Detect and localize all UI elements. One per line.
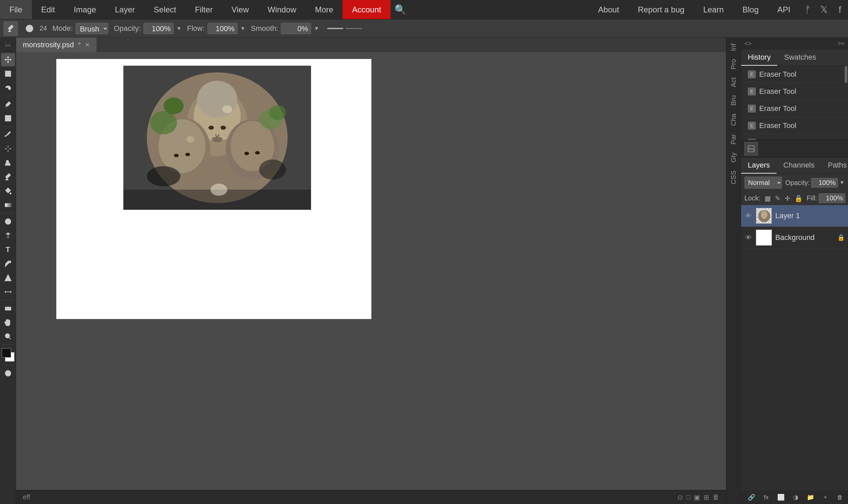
status-icon-2[interactable]: □: [686, 493, 690, 501]
layer-mask-btn[interactable]: ⬜: [776, 492, 786, 502]
menu-layer[interactable]: Layer: [106, 0, 144, 19]
zoom-tool[interactable]: [1, 330, 15, 343]
menu-file[interactable]: File: [0, 0, 32, 19]
menu-view[interactable]: View: [222, 0, 258, 19]
opacity-arrow[interactable]: ▼: [176, 25, 182, 32]
history-collapse-left[interactable]: <>: [744, 40, 752, 47]
vtab-css[interactable]: CSS: [728, 167, 739, 188]
lock-move[interactable]: ✛: [784, 194, 790, 202]
gradient-tool[interactable]: [1, 198, 15, 212]
menu-api[interactable]: API: [768, 0, 800, 19]
rect-shape-tool[interactable]: [1, 302, 15, 315]
dodge-tool[interactable]: [1, 229, 15, 242]
menu-report-bug[interactable]: Report a bug: [629, 0, 694, 19]
layer-group-btn[interactable]: 📁: [806, 492, 815, 502]
layer-item-background[interactable]: 👁 Background 🔒: [741, 227, 848, 249]
menu-filter[interactable]: Filter: [185, 0, 222, 19]
tab-history[interactable]: History: [741, 50, 777, 66]
blur-tool[interactable]: [1, 215, 15, 228]
text-tool[interactable]: T: [1, 243, 15, 256]
history-scrollbar[interactable]: [845, 66, 847, 83]
history-collapse-right[interactable]: ><: [837, 40, 845, 47]
opacity-input[interactable]: 100%: [811, 178, 838, 188]
brush-tool[interactable]: [1, 128, 15, 141]
layer1-visibility[interactable]: 👁: [744, 212, 753, 220]
status-icon-5[interactable]: 🗑: [712, 493, 719, 501]
vtab-act[interactable]: Act: [728, 74, 739, 90]
stamp-tool[interactable]: [1, 156, 15, 169]
eraser-tool[interactable]: [1, 170, 15, 184]
vtab-inf[interactable]: Inf: [728, 40, 739, 54]
shape-tool[interactable]: [1, 271, 15, 285]
mode-select[interactable]: Brush Pencil Block: [75, 23, 108, 34]
history-item[interactable]: E Eraser Tool: [741, 66, 848, 83]
opacity-dropdown-arrow[interactable]: ▼: [839, 180, 845, 186]
lock-checkerboard[interactable]: ▦: [764, 194, 771, 202]
menu-account[interactable]: Account: [343, 0, 391, 19]
menu-more[interactable]: More: [306, 0, 343, 19]
status-icon-3[interactable]: ▣: [694, 493, 700, 501]
history-item[interactable]: E Eraser Tool: [741, 134, 848, 140]
layer-fx-btn[interactable]: fx: [761, 492, 771, 502]
move-tool[interactable]: [1, 53, 15, 66]
fill-dropdown-arrow[interactable]: ▼: [847, 195, 848, 201]
facebook-icon[interactable]: f: [832, 0, 848, 19]
menu-blog[interactable]: Blog: [733, 0, 768, 19]
menu-edit[interactable]: Edit: [32, 0, 64, 19]
background-visibility[interactable]: 👁: [744, 234, 753, 241]
vtab-gly[interactable]: Gly: [728, 149, 739, 166]
status-icon-4[interactable]: ⊞: [704, 493, 709, 501]
layer-link-btn[interactable]: 🔗: [747, 492, 756, 502]
twitter-icon[interactable]: 𝕏: [816, 0, 832, 19]
color-picker[interactable]: [1, 347, 15, 362]
vtab-cha[interactable]: Cha: [728, 110, 739, 129]
menu-learn[interactable]: Learn: [694, 0, 733, 19]
lock-brush[interactable]: ✎: [775, 194, 781, 202]
eyedropper-tool[interactable]: [1, 257, 15, 270]
search-icon[interactable]: 🔍: [391, 0, 410, 19]
smooth-value[interactable]: 0%: [281, 23, 311, 34]
smooth-arrow[interactable]: ▼: [314, 25, 319, 32]
blend-mode-select[interactable]: Normal Multiply Screen Overlay: [744, 177, 782, 189]
transform-tool[interactable]: [1, 112, 15, 125]
brush-size-btn[interactable]: [23, 22, 36, 35]
layer-item-layer1[interactable]: 👁 Layer 1: [741, 205, 848, 227]
menu-select[interactable]: Select: [144, 0, 186, 19]
lock-all[interactable]: 🔒: [794, 194, 803, 202]
tab-swatches[interactable]: Swatches: [777, 50, 823, 66]
history-item[interactable]: E Eraser Tool: [741, 100, 848, 117]
collapse-btn-left[interactable]: ><: [1, 39, 15, 52]
tab-paths[interactable]: Paths: [821, 158, 848, 174]
canvas-document[interactable]: [56, 59, 372, 319]
doc-tab[interactable]: monstrosity.psd * ✕: [16, 38, 96, 52]
doc-close-btn[interactable]: ✕: [85, 41, 90, 49]
flow-arrow[interactable]: ▼: [240, 25, 246, 32]
measure-tool[interactable]: [1, 285, 15, 299]
reddit-icon[interactable]: ᚠ: [800, 0, 816, 19]
foreground-color[interactable]: [2, 348, 11, 358]
hand-tool[interactable]: [1, 316, 15, 329]
opacity-value[interactable]: 100%: [143, 23, 174, 34]
fill-tool[interactable]: [1, 184, 15, 198]
thumbnail-icon[interactable]: [744, 142, 758, 156]
status-icon-1[interactable]: ⊙: [678, 493, 683, 501]
flow-value[interactable]: 100%: [208, 23, 238, 34]
select-rect-tool[interactable]: [1, 67, 15, 80]
history-item[interactable]: E Eraser Tool: [741, 83, 848, 100]
vtab-par[interactable]: Par: [728, 131, 739, 148]
eraser-tool-options[interactable]: [3, 21, 18, 36]
layer-adjustment-btn[interactable]: ◑: [791, 492, 800, 502]
canvas-area[interactable]: monstrosity.psd * ✕: [16, 38, 726, 504]
quick-mask-btn[interactable]: [1, 366, 15, 380]
tab-layers[interactable]: Layers: [741, 158, 777, 174]
layer-new-btn[interactable]: +: [820, 492, 830, 502]
history-item[interactable]: E Eraser Tool: [741, 117, 848, 134]
menu-image[interactable]: Image: [64, 0, 106, 19]
magic-wand-tool[interactable]: [1, 97, 15, 111]
select-lasso-tool[interactable]: [1, 81, 15, 94]
layer-delete-btn[interactable]: 🗑: [835, 492, 845, 502]
heal-tool[interactable]: [1, 142, 15, 156]
menu-about[interactable]: About: [589, 0, 629, 19]
tab-channels[interactable]: Channels: [777, 158, 821, 174]
vtab-pro[interactable]: Pro: [728, 56, 739, 73]
